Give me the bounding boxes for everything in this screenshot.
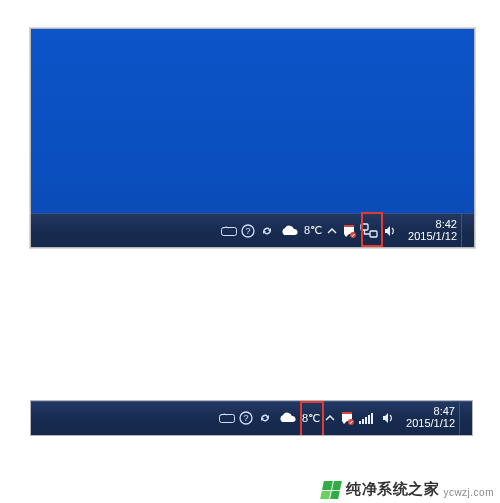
help-icon[interactable]: ? <box>240 222 257 239</box>
clock-date: 2015/1/12 <box>406 418 455 430</box>
network-wired-icon[interactable] <box>359 222 379 239</box>
action-center-icon[interactable] <box>340 222 357 239</box>
svg-point-5 <box>350 232 356 238</box>
svg-rect-8 <box>220 415 235 423</box>
svg-rect-0 <box>222 227 237 235</box>
watermark-text: 纯净系统之家 <box>346 480 439 499</box>
ime-icon[interactable] <box>219 410 236 427</box>
volume-icon[interactable] <box>379 410 396 427</box>
svg-rect-14 <box>359 421 361 424</box>
clock-date: 2015/1/12 <box>408 231 457 243</box>
help-icon[interactable]: ? <box>238 410 255 427</box>
clock[interactable]: 8:42 2015/1/12 <box>403 219 459 242</box>
watermark-subtext: ycwzj.com <box>443 487 494 499</box>
svg-rect-12 <box>342 412 352 414</box>
ime-icon[interactable] <box>221 222 238 239</box>
screenshot-2: ? 8℃ <box>30 400 473 436</box>
temperature-label: 8℃ <box>302 412 320 425</box>
show-desktop-button[interactable] <box>461 214 470 248</box>
svg-text:?: ? <box>244 413 249 423</box>
show-hidden-icon[interactable] <box>326 222 338 239</box>
svg-rect-7 <box>370 231 377 237</box>
svg-rect-4 <box>344 225 354 227</box>
svg-rect-18 <box>371 413 373 424</box>
volume-icon[interactable] <box>381 222 398 239</box>
watermark: 纯净系统之家 ycwzj.com <box>322 480 494 499</box>
svg-rect-16 <box>365 417 367 424</box>
screenshot-1: ? 8℃ <box>30 28 475 248</box>
weather-cloud-icon[interactable] <box>278 222 300 239</box>
clock-time: 8:42 <box>436 219 457 231</box>
show-desktop-button[interactable] <box>459 401 468 435</box>
sync-icon[interactable] <box>257 410 274 427</box>
svg-rect-6 <box>361 224 368 230</box>
temperature-label: 8℃ <box>304 224 322 237</box>
svg-rect-15 <box>362 419 364 424</box>
clock[interactable]: 8:47 2015/1/12 <box>401 406 457 429</box>
weather-cloud-icon[interactable] <box>276 410 298 427</box>
watermark-logo-icon <box>320 481 342 499</box>
network-wifi-icon[interactable] <box>357 410 377 427</box>
action-center-icon[interactable] <box>338 410 355 427</box>
show-hidden-icon[interactable] <box>324 410 336 427</box>
svg-text:?: ? <box>246 226 251 236</box>
svg-rect-17 <box>368 415 370 424</box>
sync-icon[interactable] <box>259 222 276 239</box>
svg-point-13 <box>348 419 354 425</box>
taskbar: ? 8℃ <box>31 213 474 247</box>
